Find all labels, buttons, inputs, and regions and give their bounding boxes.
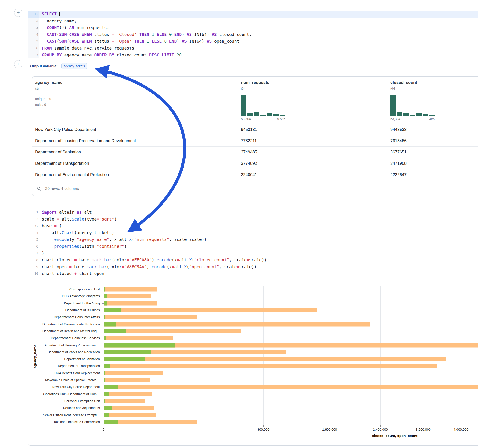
code-line[interactable]: 7GROUP BY agency_name ORDER BY closed_co…	[28, 52, 478, 59]
code-line[interactable]: 4 alt.Chart(agency_tickets)	[28, 229, 478, 236]
add-cell-button[interactable]: +	[14, 60, 22, 68]
open_count-bar	[104, 329, 126, 333]
column-header-agency-name[interactable]: agency_name str	[35, 80, 63, 90]
code-text: chart_closed + chart_open	[39, 270, 478, 277]
histogram-bar	[403, 113, 409, 116]
column-header-num-requests[interactable]: num_requests i64	[241, 80, 269, 90]
table-cell: 9453131	[241, 127, 390, 132]
bar-group	[104, 398, 478, 404]
column-histogram	[390, 95, 435, 116]
code-line[interactable]: 10chart_closed + chart_open	[28, 270, 478, 277]
bar-chart: agency_name Correspondence UnitDHS Advan…	[28, 285, 478, 444]
table-row[interactable]: Department of Housing Preservation and D…	[32, 135, 478, 146]
open_count-bar	[104, 322, 116, 326]
row-count-summary: 20 rows, 4 columns	[45, 187, 79, 191]
code-text: )	[39, 250, 478, 257]
python-editor[interactable]: 1import altair as alt2scale = alt.Scale(…	[28, 209, 478, 277]
line-number: 1	[28, 209, 39, 216]
histogram-bar	[423, 114, 428, 116]
histogram-bar	[280, 115, 285, 116]
bar-group	[104, 356, 478, 362]
category-label: Department of Health and Mental Hyg…	[28, 328, 100, 335]
closed_count-bar	[104, 287, 157, 292]
table-cell: 9443533	[390, 127, 478, 132]
closed_count-bar	[104, 420, 197, 424]
sql-editor[interactable]: 1⌄SELECT 2 agency_name,3 COUNT(*) AS num…	[28, 11, 478, 58]
axis-tick	[329, 425, 330, 427]
chevron-down-icon[interactable]: ⌄	[37, 224, 38, 227]
axis-tick	[423, 425, 423, 427]
category-label: New York City Police Department	[28, 384, 100, 390]
code-line[interactable]: 1⌄SELECT	[28, 11, 478, 18]
histogram-bar	[397, 112, 402, 116]
category-label: Taxi and Limousine Commission	[28, 418, 100, 425]
open_count-bar	[104, 406, 112, 410]
open_count-bar	[104, 392, 109, 396]
code-line[interactable]: 8chart_closed = base.mark_bar(color="#FF…	[28, 256, 478, 263]
histogram-range: 53,3049.4e6	[390, 117, 435, 121]
table-cell: 3677651	[390, 150, 478, 155]
closed_count-bar	[104, 378, 150, 382]
bar-group	[104, 300, 478, 307]
add-cell-button[interactable]: +	[14, 8, 22, 17]
line-number: 2	[28, 18, 39, 25]
output-variable-label: Output variable:	[30, 64, 58, 68]
y-axis-labels: Correspondence UnitDHS Advantage Program…	[28, 286, 102, 425]
closed_count-bar	[104, 315, 197, 319]
text-cursor	[59, 12, 60, 16]
code-line[interactable]: 2scale = alt.Scale(type="sqrt")	[28, 216, 478, 223]
closed_count-bar	[104, 357, 447, 361]
table-cell: Department of Environmental Protection	[35, 172, 241, 177]
chevron-down-icon[interactable]: ⌄	[37, 12, 38, 15]
axis-tick	[104, 425, 104, 427]
closed_count-bar	[104, 322, 370, 326]
table-row[interactable]: New York City Police Department945313194…	[32, 124, 478, 135]
plot-area	[104, 286, 478, 425]
bar-group	[104, 342, 478, 348]
table-row[interactable]: Department of Transportation377489234719…	[32, 158, 478, 169]
open_count-bar	[104, 287, 105, 292]
code-line[interactable]: 3 COUNT(*) AS num_requests,	[28, 24, 478, 31]
open_count-bar	[104, 308, 121, 312]
code-line[interactable]: 7)	[28, 250, 478, 257]
code-text: SELECT	[39, 11, 478, 18]
category-label: Refunds and Adjustments	[28, 404, 100, 411]
bar-group	[104, 404, 478, 411]
table-footer: 20 rows, 4 columns	[32, 181, 79, 196]
table-cell: 3749485	[241, 150, 390, 155]
code-line[interactable]: 2 agency_name,	[28, 18, 478, 25]
search-icon[interactable]	[37, 187, 41, 191]
code-text: GROUP BY agency_name ORDER BY closed_cou…	[39, 52, 478, 59]
closed_count-bar	[104, 336, 173, 340]
column-stats: unique: 20 nulls: 0	[35, 96, 51, 107]
category-label: Operations Unit - Department of Hom…	[28, 391, 100, 398]
code-line[interactable]: 3⌄base = (	[28, 222, 478, 229]
column-header-closed-count[interactable]: closed_count i64	[390, 80, 417, 90]
code-line[interactable]: 6FROM sample_data.nyc.service_requests	[28, 45, 478, 52]
table-row[interactable]: Department of Environmental Protection22…	[32, 169, 478, 180]
code-line[interactable]: 6 .properties(width="container")	[28, 243, 478, 250]
bar-group	[104, 314, 478, 321]
code-line[interactable]: 4 CAST(SUM(CASE WHEN status = 'Closed' T…	[28, 31, 478, 38]
table-cell: 2222847	[390, 172, 478, 177]
output-variable-chip[interactable]: agency_tickets	[61, 63, 87, 69]
line-number: 7	[28, 52, 39, 59]
table-cell: 7782211	[241, 138, 390, 143]
table-cell: Department of Housing Preservation and D…	[35, 138, 241, 143]
code-line[interactable]: 5 CAST(SUM(CASE WHEN status = 'Open' THE…	[28, 38, 478, 45]
closed_count-bar	[104, 308, 317, 312]
code-line[interactable]: 9chart_open = base.mark_bar(color="#8BC3…	[28, 263, 478, 270]
closed_count-bar	[104, 392, 152, 396]
code-line[interactable]: 5 .encode(y="agency_name", x=alt.X("num_…	[28, 236, 478, 243]
line-number: 3	[28, 24, 39, 31]
axis-tick	[461, 425, 461, 427]
code-text: chart_closed = base.mark_bar(color="#FFC…	[39, 256, 478, 263]
histogram-bar	[260, 115, 266, 116]
open_count-bar	[104, 336, 106, 340]
output-variable-row: Output variable: agency_tickets	[30, 63, 87, 70]
table-cell: Department of Transportation	[35, 161, 241, 166]
table-cell: 3471908	[390, 161, 478, 166]
open_count-bar	[104, 385, 118, 389]
table-row[interactable]: Department of Sanitation37494853677651	[32, 146, 478, 158]
code-line[interactable]: 1import altair as alt	[28, 209, 478, 216]
